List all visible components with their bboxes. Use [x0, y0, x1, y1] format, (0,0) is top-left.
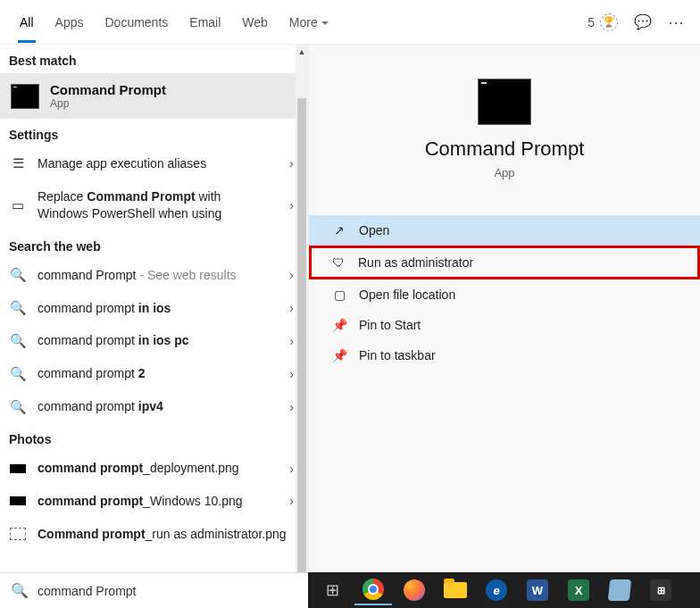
open-icon: ↗ [332, 223, 346, 237]
search-icon: 🔍 [9, 399, 27, 415]
filter-tabs: All Apps Documents Email Web More 5 🏆 💬 … [0, 0, 700, 45]
best-match-result[interactable]: Command Prompt App [0, 73, 308, 119]
trophy-icon: 🏆 [600, 13, 618, 31]
section-best-match: Best match [0, 45, 308, 73]
command-prompt-icon [478, 79, 531, 125]
taskbar-edge-legacy[interactable]: e [478, 575, 515, 605]
more-options-icon[interactable]: ⋯ [668, 12, 686, 32]
tab-more[interactable]: More [279, 3, 339, 42]
taskbar-calculator[interactable]: ⊞ [642, 575, 679, 605]
preview-panel: Command Prompt App ↗ Open 🛡 Run as admin… [308, 45, 700, 608]
taskbar-firefox[interactable] [396, 575, 433, 605]
section-settings: Settings [0, 119, 308, 147]
pin-icon: 📌 [332, 318, 346, 332]
results-panel: Best match Command Prompt App Settings ☰… [0, 45, 308, 608]
web-result-5[interactable]: 🔍 command prompt ipv4 › [0, 390, 308, 423]
taskbar-chrome[interactable] [354, 575, 392, 605]
terminal-icon: ▭ [9, 197, 27, 213]
settings-replace-cmd[interactable]: ▭ Replace Command Prompt with Windows Po… [0, 180, 308, 230]
section-photos: Photos [0, 423, 308, 452]
taskbar: ⊞ e W X ⊞ [308, 572, 700, 608]
rewards-count: 5 [588, 15, 595, 29]
search-icon: 🔍 [9, 366, 27, 382]
search-icon: 🔍 [9, 333, 27, 349]
search-icon: 🔍 [9, 300, 27, 316]
image-icon [9, 496, 27, 505]
admin-icon: 🛡 [331, 255, 346, 270]
preview-title: Command Prompt [309, 137, 700, 161]
feedback-icon[interactable]: 💬 [634, 13, 652, 30]
action-run-as-admin[interactable]: 🛡 Run as administrator [331, 253, 678, 272]
scroll-up-icon[interactable]: ▲ [296, 45, 308, 59]
web-result-4[interactable]: 🔍 command prompt 2 › [0, 357, 308, 390]
web-result-2[interactable]: 🔍 command prompt in ios › [0, 292, 308, 325]
pin-icon: 📌 [332, 348, 346, 362]
tab-apps[interactable]: Apps [45, 3, 95, 42]
preview-type: App [309, 166, 700, 179]
tab-documents[interactable]: Documents [94, 3, 179, 42]
image-icon [9, 528, 27, 540]
search-icon: 🔍 [11, 582, 29, 599]
search-icon: 🔍 [9, 267, 27, 283]
photo-result-1[interactable]: command prompt_deployment.png › [0, 452, 308, 485]
task-view-button[interactable]: ⊞ [313, 575, 351, 605]
folder-icon: ▢ [332, 287, 346, 302]
list-icon: ☰ [9, 155, 27, 171]
action-pin-to-start[interactable]: 📌 Pin to Start [309, 310, 700, 340]
command-prompt-icon [11, 84, 39, 109]
photo-result-2[interactable]: command prompt_Windows 10.png › [0, 485, 308, 518]
search-bar[interactable]: 🔍 [0, 572, 308, 608]
tab-web[interactable]: Web [231, 3, 279, 42]
tab-all[interactable]: All [9, 3, 45, 42]
image-icon [9, 464, 27, 473]
rewards-indicator[interactable]: 5 🏆 [588, 13, 618, 31]
tab-email[interactable]: Email [179, 3, 231, 42]
search-input[interactable] [38, 584, 297, 598]
taskbar-word[interactable]: W [519, 575, 556, 605]
best-match-title: Command Prompt [50, 82, 166, 97]
scrollbar[interactable]: ▲ ▼ [296, 45, 308, 608]
web-result-1[interactable]: 🔍 command Prompt - See web results › [0, 259, 308, 292]
action-open[interactable]: ↗ Open [309, 215, 700, 246]
section-search-web: Search the web [0, 230, 308, 259]
taskbar-excel[interactable]: X [560, 575, 597, 605]
web-result-3[interactable]: 🔍 command prompt in ios pc › [0, 324, 308, 357]
settings-execution-aliases[interactable]: ☰ Manage app execution aliases › [0, 147, 308, 180]
taskbar-file-explorer[interactable] [437, 575, 474, 605]
taskbar-notepad[interactable] [601, 575, 638, 605]
highlight-annotation: 🛡 Run as administrator [309, 246, 700, 279]
best-match-type: App [50, 97, 166, 110]
scrollbar-thumb[interactable] [297, 98, 306, 580]
action-pin-to-taskbar[interactable]: 📌 Pin to taskbar [309, 340, 700, 371]
photo-result-3[interactable]: Command prompt_run as administrator.png [0, 518, 308, 551]
action-open-file-location[interactable]: ▢ Open file location [309, 279, 700, 310]
